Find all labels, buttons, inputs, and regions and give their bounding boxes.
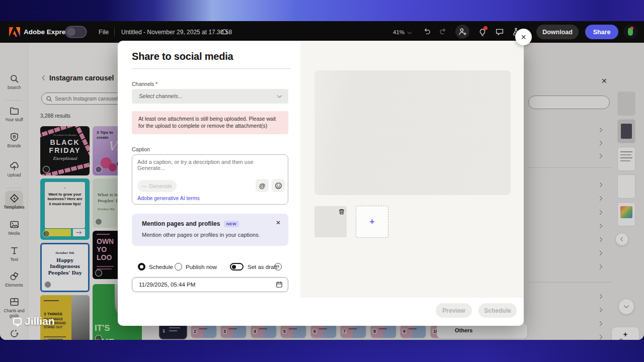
- zoom-level[interactable]: 41%: [393, 29, 405, 35]
- caption-label: Caption: [132, 146, 150, 152]
- sidebar-item-media[interactable]: Media: [0, 220, 28, 236]
- preview-button[interactable]: Preview: [436, 303, 472, 318]
- row-chevron-right-icon[interactable]: [598, 196, 604, 201]
- panel-close-icon[interactable]: ✕: [601, 77, 607, 85]
- add-attachment-button[interactable]: +: [356, 206, 388, 238]
- ideas-button[interactable]: [477, 26, 488, 38]
- row-chevron-right-icon[interactable]: [598, 321, 604, 326]
- row-chevron-right-icon[interactable]: [598, 140, 604, 146]
- page-thumb[interactable]: 2: [191, 325, 216, 338]
- modal-close-button[interactable]: ✕: [515, 29, 532, 45]
- draft-help-button[interactable]: ?: [274, 263, 282, 270]
- caption-box: ••• Generate @ Adobe generative AI terms: [132, 154, 288, 205]
- results-count: 3,288 results: [40, 113, 70, 119]
- share-button[interactable]: Share: [585, 25, 618, 39]
- mention-close-icon[interactable]: ✕: [276, 219, 281, 226]
- schedule-radio-label[interactable]: Schedule: [149, 264, 173, 270]
- plus-icon: +: [370, 217, 375, 227]
- row-chevron-right-icon[interactable]: [598, 210, 604, 215]
- caption-input[interactable]: [137, 159, 282, 176]
- datetime-input[interactable]: [139, 280, 265, 289]
- account-avatar[interactable]: [623, 25, 637, 39]
- sidebar-item-generative-ai[interactable]: Generative AI: [0, 329, 28, 340]
- sidebar-item-text[interactable]: Text: [0, 246, 28, 262]
- express-watermark: [95, 218, 102, 225]
- row-chevron-right-icon[interactable]: [598, 153, 604, 159]
- template-grow-business[interactable]: ⌁ Want to grow your business? Here are 3…: [40, 178, 90, 240]
- publish-now-radio[interactable]: [175, 263, 182, 270]
- delete-attachment-icon[interactable]: [338, 208, 345, 215]
- template-black-friday[interactable]: The website-less Boutique BLACK FRIDAY E…: [40, 126, 90, 175]
- template-indigenous-day[interactable]: October 9th Happy Indigenous Peoples' Da…: [40, 243, 90, 292]
- publish-now-radio-label[interactable]: Publish now: [186, 264, 217, 270]
- row-chevron-right-icon[interactable]: [598, 307, 604, 313]
- attachment-thumbnail[interactable]: [314, 206, 347, 237]
- row-chevron-right-icon[interactable]: [598, 223, 604, 229]
- row-chevron-right-icon[interactable]: [598, 334, 604, 340]
- adobe-logo-icon[interactable]: [9, 27, 20, 37]
- page-thumb[interactable]: 7: [341, 325, 366, 338]
- rail-preview-thumb[interactable]: [618, 203, 635, 226]
- collapse-rail-button[interactable]: [616, 233, 628, 245]
- preview-label: Preview: [442, 307, 465, 314]
- file-menu[interactable]: File: [99, 29, 109, 36]
- row-chevron-right-icon[interactable]: [598, 127, 604, 133]
- topbar: Adobe Express File Untitled - November 2…: [0, 21, 644, 43]
- generate-button[interactable]: ••• Generate: [137, 180, 177, 192]
- sparkle-dots-icon: •••: [142, 185, 147, 188]
- sidebar-item-your-stuff[interactable]: Your stuff: [0, 106, 28, 122]
- rail-preview-thumb[interactable]: [618, 120, 635, 143]
- sidebar-item-brands[interactable]: B Brands: [0, 132, 28, 148]
- row-chevron-right-icon[interactable]: [598, 250, 604, 256]
- sidebar-item-templates[interactable]: Templates: [0, 194, 28, 210]
- comments-icon[interactable]: [495, 28, 504, 36]
- share-label: Share: [593, 29, 611, 36]
- page-thumb[interactable]: 5: [281, 325, 306, 338]
- page-thumb[interactable]: 9: [400, 325, 426, 338]
- others-pages-group[interactable]: Others: [437, 324, 527, 338]
- row-chevron-right-icon[interactable]: [598, 237, 604, 242]
- sidebar-item-search[interactable]: Search: [0, 74, 28, 90]
- datetime-field[interactable]: [132, 277, 288, 292]
- channels-placeholder: Select channels...: [139, 93, 183, 99]
- rail-preview-thumb[interactable]: [618, 92, 635, 115]
- page-thumb[interactable]: 4: [251, 325, 276, 338]
- rail-preview-thumb[interactable]: [618, 147, 635, 170]
- channels-select[interactable]: Select channels...: [132, 89, 288, 104]
- emoji-button[interactable]: [272, 179, 285, 192]
- back-chevron-icon[interactable]: [41, 75, 47, 81]
- set-as-draft-label[interactable]: Set as draft: [248, 264, 277, 270]
- quick-actions-toggle[interactable]: [66, 27, 86, 37]
- ai-terms-link[interactable]: Adobe generative AI terms: [137, 195, 200, 201]
- schedule-submit-button[interactable]: Schedule: [478, 303, 517, 318]
- card-title: FRIDAY: [40, 146, 90, 154]
- scroll-down-button[interactable]: [619, 299, 634, 314]
- right-panel-search-box[interactable]: [528, 96, 610, 109]
- undo-icon[interactable]: [423, 27, 431, 36]
- left-rail: Search Your stuff B Brands Upload: [0, 43, 28, 340]
- sidebar-item-upload[interactable]: Upload: [0, 161, 28, 177]
- redo-icon[interactable]: [439, 27, 447, 36]
- zoom-chevron-down-icon[interactable]: [407, 31, 412, 35]
- mention-at-button[interactable]: @: [256, 179, 269, 192]
- set-as-draft-toggle[interactable]: [230, 263, 244, 270]
- row-chevron-right-icon[interactable]: [598, 294, 604, 299]
- rail-preview-thumb[interactable]: [618, 175, 635, 198]
- schedule-radio[interactable]: [138, 263, 145, 270]
- row-chevron-right-icon[interactable]: [598, 264, 604, 269]
- page-thumb[interactable]: 8: [371, 325, 396, 338]
- invite-people-button[interactable]: [455, 25, 469, 39]
- add-page-button[interactable]: + Page: [612, 327, 639, 340]
- row-chevron-right-icon[interactable]: [598, 182, 604, 188]
- download-button[interactable]: Download: [536, 25, 579, 39]
- page-thumb[interactable]: 6: [311, 325, 336, 338]
- page-thumb[interactable]: 3: [221, 325, 246, 338]
- document-title[interactable]: Untitled - November 29, 2025 at 17.30.58: [121, 29, 232, 36]
- card-script: Exceptional: [40, 156, 90, 161]
- share-modal: Share to social media Channels * Select …: [118, 41, 524, 326]
- card-title: create: [97, 135, 109, 140]
- channels-label: Channels *: [132, 81, 157, 87]
- mention-title: Mention pages and profiles: [142, 220, 220, 227]
- sidebar-item-elements[interactable]: Elements: [0, 272, 28, 288]
- others-label: Others: [455, 327, 472, 333]
